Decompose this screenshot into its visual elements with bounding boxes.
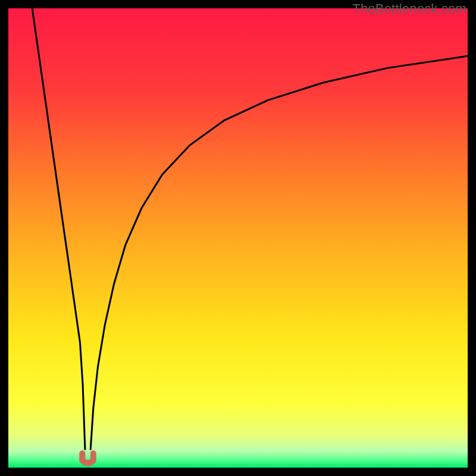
chart-frame [8, 8, 468, 468]
bottleneck-chart [8, 8, 468, 468]
watermark-label: TheBottleneck.com [352, 1, 466, 17]
gradient-background [8, 8, 468, 468]
